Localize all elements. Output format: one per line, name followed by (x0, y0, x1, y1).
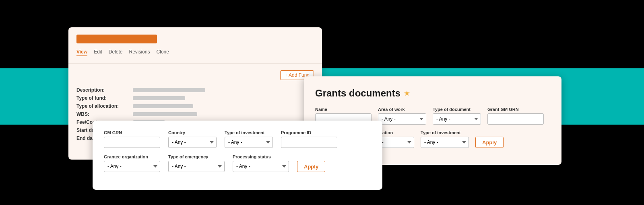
grants-input-grn[interactable] (487, 113, 544, 125)
grants-select-doc-type[interactable]: - Any - (433, 113, 481, 125)
grants-apply-button[interactable]: Apply (475, 137, 504, 148)
label-programme-id: Programme ID (281, 130, 337, 135)
fund-card-header: View Edit Delete Revisions Clone (68, 27, 322, 60)
grants-group-doc-type: Type of document - Any - (433, 107, 481, 125)
label-gm-grn: GM GRN (104, 130, 160, 135)
select-grantee-org[interactable]: - Any - (104, 161, 160, 172)
grants-label-invest: Type of investment (421, 130, 469, 135)
grants-title: Grants documents (315, 88, 400, 99)
grants-label-doc-type: Type of document (433, 107, 481, 112)
field-value-description (133, 88, 205, 92)
field-type-allocation: Type of allocation: (76, 103, 314, 109)
label-processing-status: Processing status (233, 154, 289, 159)
filter-group-grantee: Grantee organization - Any - (104, 154, 160, 172)
select-type-emergency[interactable]: - Any - (168, 161, 225, 172)
filter-row-2: Grantee organization - Any - Type of eme… (104, 154, 371, 172)
tab-view[interactable]: View (76, 48, 87, 56)
field-label-wbs: WBS: (76, 111, 133, 117)
filter-apply-group: Apply (297, 161, 325, 172)
filter-group-emergency: Type of emergency - Any - (168, 154, 225, 172)
select-processing-status[interactable]: - Any - (233, 161, 289, 172)
field-wbs: WBS: (76, 111, 314, 117)
apply-button[interactable]: Apply (297, 161, 325, 172)
field-value-type-allocation (133, 104, 193, 108)
select-type-investment[interactable]: - Any - (225, 137, 273, 148)
field-description: Description: (76, 87, 314, 93)
grants-label-grn: Grant GM GRN (487, 107, 544, 112)
field-label-type-allocation: Type of allocation: (76, 103, 133, 109)
add-fund-btn-row: + Add Fund (68, 67, 322, 83)
grants-apply-group: Apply (475, 137, 504, 148)
tab-delete[interactable]: Delete (109, 48, 123, 56)
filter-group-type-investment: Type of investment - Any - (225, 130, 273, 148)
filter-group-country: Country - Any - (168, 130, 217, 148)
filter-card: GM GRN Country - Any - Type of investmen… (93, 121, 382, 190)
tab-clone[interactable]: Clone (157, 48, 169, 56)
label-type-emergency: Type of emergency (168, 154, 225, 159)
tab-edit[interactable]: Edit (94, 48, 102, 56)
grants-group-invest: Type of investment - Any - (421, 130, 469, 148)
grants-title-row: Grants documents ★ (315, 88, 550, 99)
field-label-type-fund: Type of fund: (76, 95, 133, 101)
grants-select-area-work[interactable]: - Any - (378, 113, 426, 125)
filter-group-gm-grn: GM GRN (104, 130, 160, 148)
filter-group-processing: Processing status - Any - (233, 154, 289, 172)
field-value-wbs (133, 112, 197, 116)
field-value-type-fund (133, 96, 185, 100)
grants-group-area-work: Area of work - Any - (378, 107, 426, 125)
fund-title-bar (76, 35, 157, 43)
filter-row-1: GM GRN Country - Any - Type of investmen… (104, 130, 371, 148)
filter-group-programme-id: Programme ID (281, 130, 337, 148)
grants-select-invest[interactable]: - Any - (421, 137, 469, 148)
grants-label-name: Name (315, 107, 372, 112)
field-label-description: Description: (76, 87, 133, 93)
fund-nav-tabs: View Edit Delete Revisions Clone (76, 48, 314, 56)
select-country[interactable]: - Any - (168, 137, 217, 148)
input-gm-grn[interactable] (104, 137, 160, 148)
header-divider (68, 64, 322, 64)
label-country: Country (168, 130, 217, 135)
label-grantee-org: Grantee organization (104, 154, 160, 159)
grants-label-area-work: Area of work (378, 107, 426, 112)
field-type-fund: Type of fund: (76, 95, 314, 101)
input-programme-id[interactable] (281, 137, 337, 148)
star-icon[interactable]: ★ (404, 89, 410, 98)
label-type-investment: Type of investment (225, 130, 273, 135)
grants-group-grn: Grant GM GRN (487, 107, 544, 125)
tab-revisions[interactable]: Revisions (129, 48, 150, 56)
